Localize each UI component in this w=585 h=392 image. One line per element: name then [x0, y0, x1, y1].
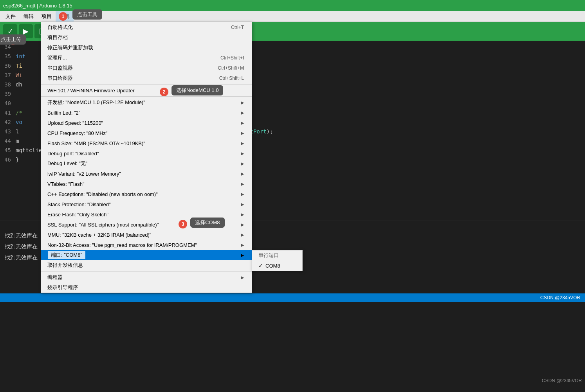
separator-3 [41, 271, 252, 272]
watermark: CSDN @2345VOR [540, 295, 580, 300]
badge-3: 3 [179, 220, 187, 228]
menu-fix-encoding[interactable]: 修正编码并重新加载 [41, 43, 252, 53]
menu-stack-protection[interactable]: Stack Protection: "Disabled" ▶ [41, 199, 252, 209]
bubble-1: 点击工具 [72, 9, 102, 20]
menu-serial-plotter[interactable]: 串口绘图器 Ctrl+Shift+L [41, 73, 252, 83]
menu-debug-port[interactable]: Debug port: "Disabled" ▶ [41, 148, 252, 158]
menu-manage-libs[interactable]: 管理库... Ctrl+Shift+I [41, 53, 252, 63]
com8-option[interactable]: ✓ COM8 [252, 261, 302, 271]
menu-mmu[interactable]: MMU: "32KB cache + 32KB IRAM (balanced)"… [41, 230, 252, 240]
csdn-watermark: CSDN @2345VOR [542, 378, 582, 383]
menu-edit[interactable]: 编辑 [20, 11, 38, 22]
menu-board[interactable]: 开发板: "NodeMCU 1.0 (ESP-12E Module)" ▶ [41, 97, 252, 108]
menu-file[interactable]: 文件 [2, 11, 20, 22]
menu-cpu-freq[interactable]: CPU Frequency: "80 MHz" ▶ [41, 128, 252, 138]
separator-1 [41, 84, 252, 85]
menu-programmer[interactable]: 编程器 ▶ [41, 272, 252, 282]
menu-upload-speed[interactable]: Upload Speed: "115200" ▶ [41, 118, 252, 128]
menu-overlay: 自动格式化 Ctrl+T 项目存档 修正编码并重新加载 管理库... Ctrl+… [41, 22, 252, 293]
bubble-2: 选择NodeMCU 1.0 [172, 85, 223, 95]
menu-builtin-led[interactable]: Builtin Led: "2" ▶ [41, 108, 252, 118]
menu-port[interactable]: 端口: "COM8" ▶ 串行端口 ✓ COM8 [41, 250, 252, 260]
title-text: esp8266_mqtt | Arduino 1.8.15 [3, 3, 72, 9]
submenu-header: 串行端口 [252, 250, 302, 261]
bubble-3: 选择COM8 [190, 218, 225, 228]
menu-cpp-exceptions[interactable]: C++ Exceptions: "Disabled (new aborts on… [41, 189, 252, 199]
menu-non32bit[interactable]: Non-32-Bit Access: "Use pgm_read macros … [41, 240, 252, 250]
menu-burn-bootloader[interactable]: 烧录引导程序 [41, 282, 252, 293]
menu-board-info[interactable]: 取得开发板信息 [41, 260, 252, 270]
menu-vtables[interactable]: VTables: "Flash" ▶ [41, 179, 252, 189]
menu-auto-format[interactable]: 自动格式化 Ctrl+T [41, 22, 252, 32]
tools-dropdown: 自动格式化 Ctrl+T 项目存档 修正编码并重新加载 管理库... Ctrl+… [41, 22, 252, 293]
menu-project[interactable]: 项目 [38, 11, 56, 22]
status-bar: CSDN @2345VOR [0, 293, 585, 302]
badge-1: 1 [59, 12, 67, 21]
menu-serial-monitor[interactable]: 串口监视器 Ctrl+Shift+M [41, 63, 252, 73]
separator-2 [41, 96, 252, 97]
menu-archive[interactable]: 项目存档 [41, 32, 252, 43]
port-submenu: 串行端口 ✓ COM8 [252, 250, 303, 271]
bubble-4: 点击上传 [0, 34, 26, 45]
menu-debug-level[interactable]: Debug Level: "无" ▶ [41, 158, 252, 169]
badge-2: 2 [160, 88, 168, 96]
menu-lwip[interactable]: lwIP Variant: "v2 Lower Memory" ▶ [41, 169, 252, 179]
menu-flash-size[interactable]: Flash Size: "4MB (FS:2MB OTA:~1019KB)" ▶ [41, 138, 252, 148]
